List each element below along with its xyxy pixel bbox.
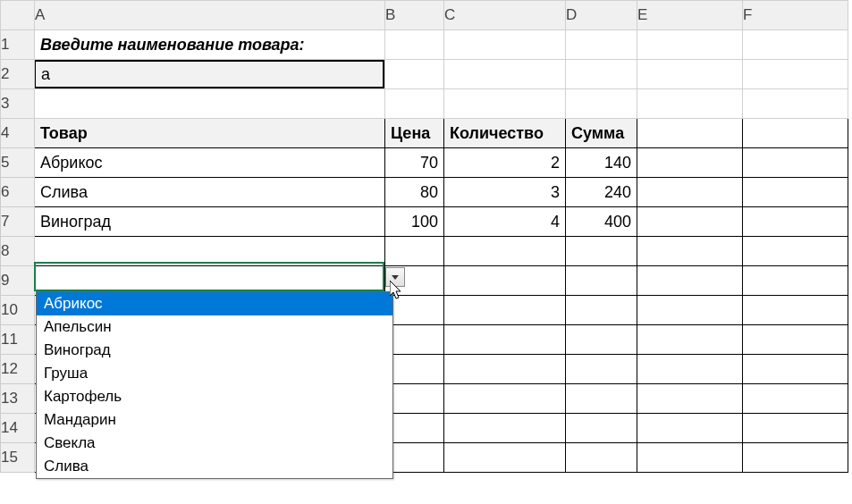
data-validation-dropdown-list[interactable]: Абрикос Апельсин Виноград Груша Картофел…: [36, 291, 393, 479]
cell-D2[interactable]: [566, 60, 637, 89]
row-header-12[interactable]: 12: [1, 355, 35, 384]
cell-E2[interactable]: [637, 60, 743, 89]
cell-A3[interactable]: [35, 89, 385, 119]
cell-A7[interactable]: Виноград: [35, 207, 385, 237]
cell-D5[interactable]: 140: [566, 148, 637, 178]
row-header-4[interactable]: 4: [1, 119, 35, 148]
col-header-E[interactable]: E: [637, 1, 743, 30]
cell-C12[interactable]: [444, 355, 566, 384]
cell-B10[interactable]: [385, 296, 444, 325]
cell-C11[interactable]: [444, 325, 566, 355]
cell-D11[interactable]: [566, 325, 637, 355]
row-header-6[interactable]: 6: [1, 178, 35, 207]
cell-F7[interactable]: [743, 207, 848, 237]
cell-A1[interactable]: Введите наименование товара:: [35, 30, 385, 60]
cell-E7[interactable]: [637, 207, 743, 237]
cell-C2[interactable]: [444, 60, 566, 89]
cell-D3[interactable]: [566, 89, 637, 119]
cell-C6[interactable]: 3: [444, 178, 566, 207]
row-header-15[interactable]: 15: [1, 443, 35, 473]
cell-F6[interactable]: [743, 178, 848, 207]
cell-B1[interactable]: [385, 30, 444, 60]
row-header-14[interactable]: 14: [1, 414, 35, 443]
cell-A8[interactable]: [35, 237, 385, 266]
row-header-8[interactable]: 8: [1, 237, 35, 266]
row-header-11[interactable]: 11: [1, 325, 35, 355]
cell-E13[interactable]: [637, 384, 743, 414]
cell-E3[interactable]: [637, 89, 743, 119]
col-header-D[interactable]: D: [566, 1, 637, 30]
cell-F14[interactable]: [743, 414, 848, 443]
cell-E10[interactable]: [637, 296, 743, 325]
cell-E11[interactable]: [637, 325, 743, 355]
dropdown-item[interactable]: Абрикос: [37, 292, 392, 315]
cell-C4[interactable]: Количество: [444, 119, 566, 148]
row-header-1[interactable]: 1: [1, 30, 35, 60]
select-all-corner[interactable]: [1, 1, 35, 30]
cell-D14[interactable]: [566, 414, 637, 443]
cell-F5[interactable]: [743, 148, 848, 178]
cell-B4[interactable]: Цена: [385, 119, 444, 148]
cell-A4[interactable]: Товар: [35, 119, 385, 148]
cell-E1[interactable]: [637, 30, 743, 60]
dropdown-item[interactable]: Апельсин: [37, 315, 392, 339]
cell-F2[interactable]: [743, 60, 848, 89]
cell-C14[interactable]: [444, 414, 566, 443]
cell-D7[interactable]: 400: [566, 207, 637, 237]
dropdown-item[interactable]: Картофель: [37, 385, 392, 408]
row-header-10[interactable]: 10: [1, 296, 35, 325]
cell-D1[interactable]: [566, 30, 637, 60]
cell-C3[interactable]: [444, 89, 566, 119]
cell-E4[interactable]: [637, 119, 743, 148]
dropdown-item[interactable]: Груша: [37, 362, 392, 385]
cell-A2[interactable]: а: [35, 60, 385, 89]
cell-C5[interactable]: 2: [444, 148, 566, 178]
cell-F15[interactable]: [743, 443, 848, 473]
cell-F8[interactable]: [743, 237, 848, 266]
row-header-5[interactable]: 5: [1, 148, 35, 178]
row-header-3[interactable]: 3: [1, 89, 35, 119]
cell-F9[interactable]: [743, 266, 848, 296]
cell-F10[interactable]: [743, 296, 848, 325]
cell-E9[interactable]: [637, 266, 743, 296]
cell-F1[interactable]: [743, 30, 848, 60]
cell-C7[interactable]: 4: [444, 207, 566, 237]
cell-C15[interactable]: [444, 443, 566, 473]
cell-A5[interactable]: Абрикос: [35, 148, 385, 178]
cell-A6[interactable]: Слива: [35, 178, 385, 207]
dropdown-item[interactable]: Мандарин: [37, 408, 392, 432]
cell-E12[interactable]: [637, 355, 743, 384]
cell-B5[interactable]: 70: [385, 148, 444, 178]
row-header-13[interactable]: 13: [1, 384, 35, 414]
cell-B8[interactable]: [385, 237, 444, 266]
cell-B13[interactable]: [385, 384, 444, 414]
col-header-A[interactable]: A: [35, 1, 385, 30]
dropdown-item[interactable]: Свекла: [37, 432, 392, 455]
col-header-C[interactable]: C: [444, 1, 566, 30]
cell-E5[interactable]: [637, 148, 743, 178]
cell-B15[interactable]: [385, 443, 444, 473]
cell-F13[interactable]: [743, 384, 848, 414]
cell-D9[interactable]: [566, 266, 637, 296]
cell-F3[interactable]: [743, 89, 848, 119]
col-header-F[interactable]: F: [743, 1, 848, 30]
cell-D13[interactable]: [566, 384, 637, 414]
col-header-B[interactable]: B: [385, 1, 444, 30]
dropdown-item[interactable]: Слива: [37, 455, 392, 478]
cell-C9[interactable]: [444, 266, 566, 296]
cell-F11[interactable]: [743, 325, 848, 355]
row-header-2[interactable]: 2: [1, 60, 35, 89]
cell-D15[interactable]: [566, 443, 637, 473]
cell-B6[interactable]: 80: [385, 178, 444, 207]
cell-C13[interactable]: [444, 384, 566, 414]
cell-E8[interactable]: [637, 237, 743, 266]
cell-E15[interactable]: [637, 443, 743, 473]
row-header-7[interactable]: 7: [1, 207, 35, 237]
cell-B3[interactable]: [385, 89, 444, 119]
data-validation-dropdown-button[interactable]: [385, 267, 405, 287]
cell-B2[interactable]: [385, 60, 444, 89]
cell-F4[interactable]: [743, 119, 848, 148]
cell-C1[interactable]: [444, 30, 566, 60]
cell-C10[interactable]: [444, 296, 566, 325]
cell-B7[interactable]: 100: [385, 207, 444, 237]
